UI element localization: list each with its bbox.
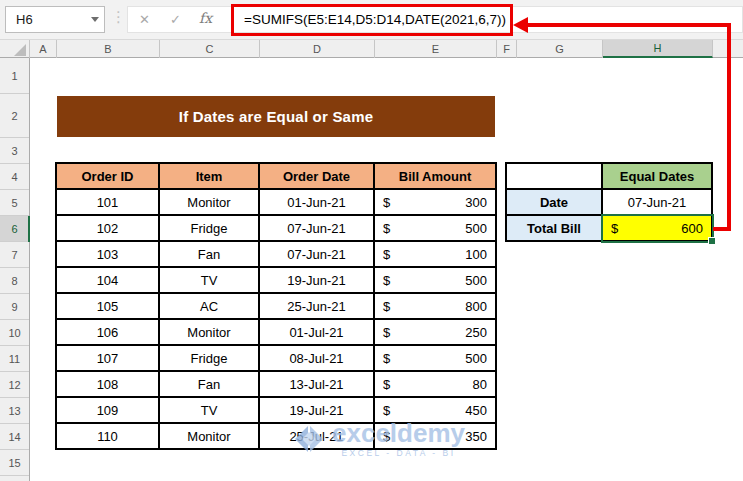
cell-bill-amount[interactable]: $450 xyxy=(375,398,495,422)
cell-order-id[interactable]: 108 xyxy=(57,372,158,396)
cell-order-id[interactable]: 106 xyxy=(57,320,158,344)
currency-symbol: $ xyxy=(383,325,390,340)
cell-order-id[interactable]: 107 xyxy=(57,346,158,370)
cell-bill-amount[interactable]: $350 xyxy=(375,424,495,448)
cell-bill-amount[interactable]: $500 xyxy=(375,346,495,370)
row-header-14[interactable]: 14 xyxy=(0,424,29,450)
cell-order-date[interactable]: 13-Jul-21 xyxy=(260,372,373,396)
cell-order-id[interactable]: 105 xyxy=(57,294,158,318)
cell-bill-amount[interactable]: $250 xyxy=(375,320,495,344)
row-header-9[interactable]: 9 xyxy=(0,294,29,320)
select-all-corner[interactable] xyxy=(0,40,30,58)
column-header-H[interactable]: H xyxy=(603,40,713,58)
cell-order-id[interactable]: 103 xyxy=(57,242,158,266)
cell-order-date[interactable]: 19-Jun-21 xyxy=(260,268,373,292)
cell-item[interactable]: AC xyxy=(160,294,258,318)
column-header-G[interactable]: G xyxy=(517,40,603,58)
col-header-bill-amount[interactable]: Bill Amount xyxy=(375,164,495,188)
cancel-icon[interactable]: ✕ xyxy=(139,12,150,27)
cell-bill-amount[interactable]: $800 xyxy=(375,294,495,318)
row-header-strip: 1 2 3 4 5 6 7 8 9 10 11 12 13 14 15 xyxy=(0,58,30,481)
cell-item[interactable]: Fan xyxy=(160,242,258,266)
cell-order-date[interactable]: 19-Jul-21 xyxy=(260,398,373,422)
enter-icon[interactable]: ✓ xyxy=(170,12,181,27)
date-value-cell[interactable]: 07-Jun-21 xyxy=(603,190,711,214)
column-header-B[interactable]: B xyxy=(57,40,160,58)
row-header-7[interactable]: 7 xyxy=(0,242,29,268)
column-header-C[interactable]: C xyxy=(160,40,260,58)
cell-order-date[interactable]: 08-Jul-21 xyxy=(260,346,373,370)
active-cell-border xyxy=(601,214,714,243)
annotation-arrow-vertical xyxy=(727,23,731,231)
row-header-5[interactable]: 5 xyxy=(0,190,29,216)
cell-item[interactable]: TV xyxy=(160,268,258,292)
cell-bill-amount[interactable]: $500 xyxy=(375,268,495,292)
column-header-E[interactable]: E xyxy=(375,40,497,58)
row-header-15[interactable]: 15 xyxy=(0,450,29,476)
currency-symbol: $ xyxy=(383,195,390,210)
total-bill-label-cell[interactable]: Total Bill xyxy=(507,216,601,240)
amount-value: 300 xyxy=(465,195,487,210)
separator-dots-icon: ⋮ xyxy=(111,8,126,26)
amount-value: 500 xyxy=(465,221,487,236)
currency-symbol: $ xyxy=(383,247,390,262)
insert-function-icon[interactable]: fx xyxy=(199,10,212,26)
cell-item[interactable]: Fan xyxy=(160,372,258,396)
cell-order-date[interactable]: 25-Jul-21 xyxy=(260,424,373,448)
cell-item[interactable]: Monitor xyxy=(160,190,258,214)
row-header-12[interactable]: 12 xyxy=(0,372,29,398)
annotation-arrow-stub xyxy=(713,227,731,231)
row-header-13[interactable]: 13 xyxy=(0,398,29,424)
cell-order-id[interactable]: 109 xyxy=(57,398,158,422)
cell-item[interactable]: TV xyxy=(160,398,258,422)
annotation-arrowhead-icon xyxy=(513,17,528,33)
cell-order-id[interactable]: 104 xyxy=(57,268,158,292)
row-header-6[interactable]: 6 xyxy=(0,216,29,242)
cell-bill-amount[interactable]: $500 xyxy=(375,216,495,240)
currency-symbol: $ xyxy=(383,429,390,444)
cell-item[interactable]: Fridge xyxy=(160,216,258,240)
cell-item[interactable]: Monitor xyxy=(160,320,258,344)
cell-order-date[interactable]: 07-Jun-21 xyxy=(260,242,373,266)
cell-bill-amount[interactable]: $80 xyxy=(375,372,495,396)
date-label-cell[interactable]: Date xyxy=(507,190,601,214)
cell-order-date[interactable]: 01-Jul-21 xyxy=(260,320,373,344)
column-header-D[interactable]: D xyxy=(260,40,375,58)
cell-item[interactable]: Fridge xyxy=(160,346,258,370)
currency-symbol: $ xyxy=(383,403,390,418)
row-header-8[interactable]: 8 xyxy=(0,268,29,294)
cell-bill-amount[interactable]: $300 xyxy=(375,190,495,214)
column-header-A[interactable]: A xyxy=(30,40,57,58)
formula-text[interactable]: =SUMIFS(E5:E14,D5:D14,DATE(2021,6,7)) xyxy=(244,12,506,27)
col-header-order-date[interactable]: Order Date xyxy=(260,164,373,188)
name-box[interactable]: H6 xyxy=(5,6,105,33)
row-header-3[interactable]: 3 xyxy=(0,138,29,164)
cell-order-date[interactable]: 25-Jun-21 xyxy=(260,294,373,318)
row-header-1[interactable]: 1 xyxy=(0,58,29,94)
name-box-dropdown-icon[interactable] xyxy=(91,17,99,22)
cell-bill-amount[interactable]: $100 xyxy=(375,242,495,266)
title-banner-cell[interactable]: If Dates are Equal or Same xyxy=(57,96,495,137)
amount-value: 500 xyxy=(465,351,487,366)
col-header-item[interactable]: Item xyxy=(160,164,258,188)
row-header-11[interactable]: 11 xyxy=(0,346,29,372)
excel-window: H6 ⋮ ✕ ✓ fx =SUMIFS(E5:E14,D5:D14,DATE(2… xyxy=(0,0,743,481)
col-header-order-id[interactable]: Order ID xyxy=(57,164,158,188)
currency-symbol: $ xyxy=(383,221,390,236)
cell-order-id[interactable]: 102 xyxy=(57,216,158,240)
select-all-triangle-icon xyxy=(14,44,26,56)
cell-order-id[interactable]: 101 xyxy=(57,190,158,214)
cell-order-date[interactable]: 01-Jun-21 xyxy=(260,190,373,214)
cell-order-date[interactable]: 07-Jun-21 xyxy=(260,216,373,240)
amount-value: 450 xyxy=(465,403,487,418)
cell-empty[interactable] xyxy=(507,164,601,188)
annotation-arrow-top xyxy=(528,23,729,27)
column-header-F[interactable]: F xyxy=(497,40,517,58)
cell-item[interactable]: Monitor xyxy=(160,424,258,448)
fill-handle[interactable] xyxy=(708,237,716,245)
panel-header-cell[interactable]: Equal Dates xyxy=(603,164,711,188)
row-header-4[interactable]: 4 xyxy=(0,164,29,190)
row-header-10[interactable]: 10 xyxy=(0,320,29,346)
cell-order-id[interactable]: 110 xyxy=(57,424,158,448)
row-header-2[interactable]: 2 xyxy=(0,94,29,138)
